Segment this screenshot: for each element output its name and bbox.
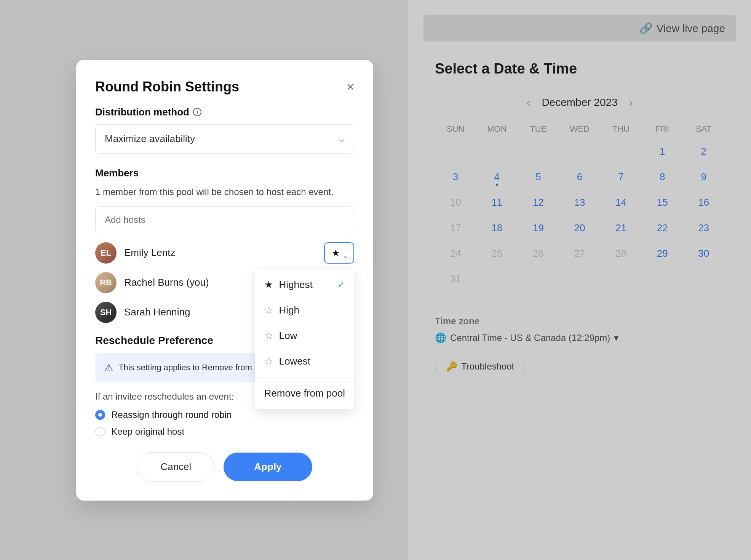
radio-group: Reassign through round robin Keep origin…: [95, 410, 354, 437]
member-name-emily: Emily Lentz: [124, 247, 316, 259]
radio-circle-keep: [95, 427, 105, 437]
cancel-button[interactable]: Cancel: [137, 452, 214, 482]
dropdown-remove-from-pool[interactable]: Remove from pool: [255, 381, 354, 406]
star-filled-icon: ★: [332, 248, 340, 258]
modal-footer: Cancel Apply: [95, 452, 354, 482]
star-empty-small-icon: ☆: [264, 355, 273, 367]
dropdown-item-highest[interactable]: ★ Highest ✓: [255, 272, 354, 298]
distribution-label: Distribution method i: [95, 106, 354, 118]
distribution-select[interactable]: Maximize availability ⌵: [95, 124, 354, 154]
star-filled-icon: ★: [264, 279, 273, 291]
modal-overlay: Round Robin Settings × Distribution meth…: [0, 0, 751, 560]
chevron-up-icon: ‸: [344, 248, 347, 258]
dropdown-item-lowest[interactable]: ☆ Lowest: [255, 349, 354, 374]
members-description: 1 member from this pool will be chosen t…: [95, 185, 354, 199]
priority-button-emily[interactable]: ★ ‸: [324, 242, 354, 264]
add-hosts-input[interactable]: [95, 206, 354, 233]
distribution-value: Maximize availability: [105, 133, 195, 145]
close-button[interactable]: ×: [347, 79, 354, 94]
dropdown-item-low[interactable]: ☆ Low: [255, 323, 354, 349]
apply-button[interactable]: Apply: [224, 453, 312, 481]
member-row-emily: EL Emily Lentz ★ ‸ ★ Highest ✓ ☆ High ☆: [95, 242, 354, 264]
radio-keep-original[interactable]: Keep original host: [95, 426, 354, 437]
dropdown-item-label: Lowest: [279, 355, 310, 367]
radio-label-reassign: Reassign through round robin: [111, 410, 232, 420]
dropdown-item-label: Highest: [279, 279, 313, 291]
dropdown-divider: [255, 377, 354, 378]
radio-circle-reassign: [95, 410, 105, 420]
dropdown-item-label: Low: [279, 330, 297, 342]
priority-dropdown: ★ Highest ✓ ☆ High ☆ Low ☆ Lowest Remove: [255, 269, 354, 409]
chevron-down-icon: ⌵: [339, 133, 345, 145]
check-icon: ✓: [337, 279, 345, 290]
distribution-label-text: Distribution method: [95, 106, 189, 118]
members-label-text: Members: [95, 167, 139, 179]
members-label: Members: [95, 167, 354, 179]
avatar-sarah: SH: [95, 302, 117, 323]
warning-icon: ⚠: [104, 362, 113, 374]
dropdown-item-label: High: [279, 304, 299, 316]
info-icon[interactable]: i: [193, 108, 201, 116]
round-robin-modal: Round Robin Settings × Distribution meth…: [76, 60, 373, 501]
modal-title: Round Robin Settings: [95, 79, 239, 95]
avatar-emily: EL: [95, 242, 117, 264]
radio-reassign[interactable]: Reassign through round robin: [95, 410, 354, 420]
radio-label-keep: Keep original host: [111, 426, 184, 437]
avatar-rachel: RB: [95, 272, 117, 293]
star-empty-icon: ☆: [264, 330, 273, 342]
modal-header: Round Robin Settings ×: [95, 79, 354, 95]
dropdown-item-high[interactable]: ☆ High: [255, 298, 354, 323]
star-half-icon: ☆: [264, 304, 273, 316]
